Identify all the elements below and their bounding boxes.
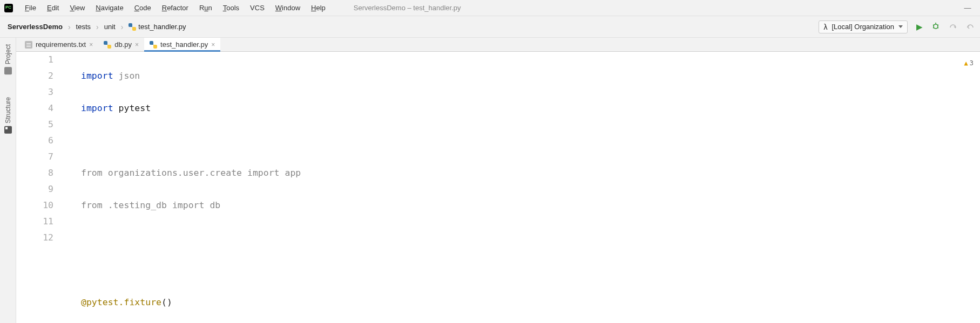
- breadcrumb: ServerlessDemo › tests › unit › test_han…: [5, 22, 188, 32]
- tab-requirements[interactable]: requirements.txt ×: [19, 38, 98, 51]
- project-tool-icon: [4, 67, 12, 74]
- code-content[interactable]: import json import pytest from organizat…: [70, 52, 980, 323]
- menu-tools[interactable]: Tools: [219, 2, 244, 14]
- line-number: 9: [16, 181, 57, 197]
- decorator: @pytest.fixture: [81, 297, 161, 307]
- window-controls: —: [964, 4, 976, 12]
- menu-edit[interactable]: Edit: [43, 2, 63, 14]
- close-icon[interactable]: ×: [89, 41, 93, 49]
- structure-tool-icon: [4, 126, 12, 134]
- sidebar-structure-label: Structure: [4, 97, 12, 123]
- toolbar-right: λ [Local] Organization ▶: [819, 20, 975, 33]
- line-number: 4: [16, 100, 57, 116]
- python-file-icon: [104, 41, 111, 49]
- close-icon[interactable]: ×: [211, 41, 215, 49]
- keyword: import: [81, 103, 113, 113]
- code-text: json: [113, 71, 140, 81]
- line-number: 12: [16, 230, 57, 246]
- breadcrumb-root[interactable]: ServerlessDemo: [5, 22, 65, 32]
- menu-help[interactable]: Help: [307, 2, 330, 14]
- breadcrumb-file-label: test_handler.py: [138, 23, 186, 31]
- run-config-label: [Local] Organization: [832, 23, 894, 31]
- chevron-right-icon: ›: [121, 23, 124, 31]
- line-number: 8: [16, 165, 57, 181]
- line-number: 3: [16, 84, 57, 100]
- line-number: 7: [16, 149, 57, 165]
- editor-tabs: requirements.txt × db.py × test_handler.…: [16, 38, 980, 52]
- menu-refactor[interactable]: Refactor: [158, 2, 193, 14]
- breadcrumb-unit[interactable]: unit: [102, 22, 118, 32]
- menu-bar: File Edit View Navigate Code Refactor Ru…: [0, 0, 980, 16]
- run-config-dropdown[interactable]: λ [Local] Organization: [819, 20, 908, 33]
- line-number: 2: [16, 68, 57, 84]
- tab-label: requirements.txt: [36, 40, 86, 49]
- coverage-button[interactable]: [949, 22, 957, 32]
- editor-pane: requirements.txt × db.py × test_handler.…: [16, 38, 980, 323]
- tab-test-handler[interactable]: test_handler.py ×: [144, 38, 220, 51]
- main-area: Project Structure requirements.txt × db.…: [0, 38, 980, 323]
- menu-window[interactable]: Window: [271, 2, 305, 14]
- minimize-button[interactable]: —: [964, 4, 971, 12]
- sidebar-tab-project[interactable]: Project: [3, 41, 13, 78]
- chevron-right-icon: ›: [96, 23, 99, 31]
- rerun-button[interactable]: [966, 22, 975, 32]
- menu-navigate[interactable]: Navigate: [91, 2, 127, 14]
- run-button[interactable]: ▶: [916, 22, 923, 32]
- code-text: from organizations.user.create import ap…: [81, 168, 301, 178]
- line-number: 11: [16, 214, 57, 230]
- menu-file-label: ile: [29, 4, 36, 12]
- sidebar-project-label: Project: [4, 44, 12, 64]
- text-file-icon: [25, 41, 32, 49]
- code-editor[interactable]: 1 2 3 4 5 6 7 8 9 10 11 12 import json i…: [16, 52, 980, 323]
- menu-run[interactable]: Run: [195, 2, 217, 14]
- left-sidebar: Project Structure: [0, 38, 16, 323]
- caret-down-icon: [898, 25, 903, 28]
- python-file-icon: [150, 41, 157, 49]
- breadcrumb-tests[interactable]: tests: [74, 22, 93, 32]
- navigation-bar: ServerlessDemo › tests › unit › test_han…: [0, 16, 980, 38]
- python-file-icon: [129, 23, 136, 31]
- tab-label: test_handler.py: [160, 40, 208, 49]
- gutter: 1 2 3 4 5 6 7 8 9 10 11 12: [16, 52, 70, 323]
- breadcrumb-file[interactable]: test_handler.py: [126, 22, 188, 32]
- lambda-icon: λ: [823, 23, 827, 31]
- line-number: 1: [16, 52, 57, 68]
- code-text: pytest: [113, 103, 151, 113]
- tab-label: db.py: [114, 40, 132, 49]
- warning-count: 3: [970, 55, 974, 71]
- line-number: 10: [16, 197, 57, 214]
- chevron-right-icon: ›: [68, 23, 71, 31]
- menu-vcs[interactable]: VCS: [246, 2, 269, 14]
- code-text: from .testing_db import db: [81, 200, 220, 210]
- inspection-widget[interactable]: ▲ 3: [964, 55, 974, 71]
- window-title: ServerlessDemo – test_handler.py: [354, 4, 461, 12]
- code-text: (): [161, 297, 172, 307]
- app-icon: [4, 4, 13, 12]
- close-icon[interactable]: ×: [135, 41, 139, 49]
- menu-file[interactable]: File: [21, 2, 40, 14]
- menu-view[interactable]: View: [65, 2, 89, 14]
- line-number: 5: [16, 116, 57, 133]
- menu-code[interactable]: Code: [130, 2, 156, 14]
- warning-icon: ▲: [964, 55, 968, 71]
- tab-db[interactable]: db.py ×: [98, 38, 144, 51]
- line-number: 6: [16, 133, 57, 149]
- sidebar-tab-structure[interactable]: Structure: [3, 94, 13, 137]
- keyword: import: [81, 71, 113, 81]
- debug-button[interactable]: [931, 22, 940, 32]
- svg-point-0: [934, 24, 938, 29]
